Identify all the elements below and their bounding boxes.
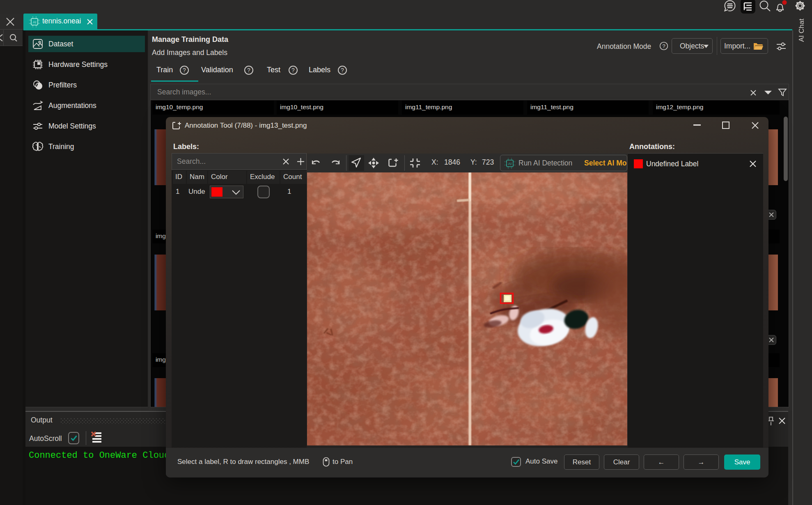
svg-text:?: ? bbox=[247, 67, 250, 73]
svg-text:?: ? bbox=[291, 67, 295, 73]
svg-text:?: ? bbox=[341, 67, 344, 73]
svg-text:AI: AI bbox=[508, 162, 512, 166]
svg-text:?: ? bbox=[662, 43, 665, 49]
svg-text:AI: AI bbox=[33, 20, 37, 24]
svg-text:?: ? bbox=[183, 67, 186, 73]
